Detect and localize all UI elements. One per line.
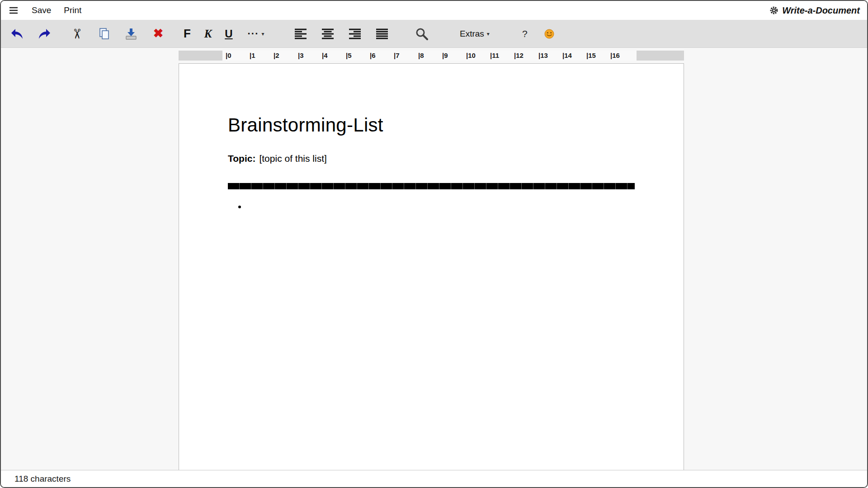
ruler-mark: |12 — [514, 52, 524, 59]
chevron-down-icon: ▾ — [487, 31, 490, 37]
topic-value: [topic of this list] — [259, 153, 326, 164]
paste-download-icon — [124, 27, 138, 41]
ruler-mark: |3 — [298, 52, 304, 59]
ruler-mark: |0 — [226, 52, 231, 59]
horizontal-divider — [228, 183, 635, 189]
cut-button[interactable]: ✂ — [66, 23, 88, 45]
redo-button[interactable] — [33, 23, 55, 45]
align-left-button[interactable] — [290, 23, 311, 45]
emoji-button[interactable] — [538, 23, 560, 45]
smiley-icon — [544, 28, 555, 39]
delete-x-icon: ✖ — [153, 28, 164, 40]
search-button[interactable] — [411, 23, 433, 45]
align-left-icon — [294, 28, 307, 39]
align-right-icon — [349, 28, 361, 39]
ruler-mark: |15 — [586, 52, 596, 59]
ruler-mark: |1 — [250, 52, 255, 59]
help-label: ? — [522, 28, 528, 39]
editor-area: |0 |1 |2 |3 |4 |5 |6 |7 |8 |9 |10 |11 |1… — [1, 48, 867, 470]
ruler-mark: |5 — [346, 52, 352, 59]
ruler: |0 |1 |2 |3 |4 |5 |6 |7 |8 |9 |10 |11 |1… — [179, 51, 684, 61]
ruler-mark: |7 — [394, 52, 400, 59]
extras-label: Extras — [460, 29, 484, 39]
app-window: Save Print Write-a-Document ✂ — [0, 0, 868, 488]
undo-icon — [10, 27, 24, 41]
character-count: 118 characters — [14, 474, 71, 484]
ruler-mark: |16 — [610, 52, 620, 59]
paste-button[interactable] — [120, 23, 142, 45]
gear-icon[interactable] — [769, 6, 778, 15]
menu-item-save[interactable]: Save — [32, 5, 51, 15]
more-formatting-button[interactable]: ··· ▾ — [242, 23, 269, 45]
italic-label: K — [204, 28, 212, 40]
document-heading[interactable]: Brainstorming-List — [228, 114, 635, 136]
scissors-icon: ✂ — [70, 28, 84, 39]
italic-button[interactable]: K — [200, 23, 216, 45]
app-title-group: Write-a-Document — [769, 5, 860, 16]
redo-icon — [37, 27, 52, 41]
undo-button[interactable] — [6, 23, 28, 45]
bullet-list[interactable] — [228, 201, 635, 214]
align-center-button[interactable] — [317, 23, 339, 45]
help-button[interactable]: ? — [514, 23, 536, 45]
status-bar: 118 characters — [1, 470, 867, 487]
hamburger-menu-icon[interactable] — [8, 5, 19, 16]
extras-menu-button[interactable]: Extras ▾ — [454, 23, 495, 45]
ruler-mark: |2 — [274, 52, 279, 59]
menu-item-print[interactable]: Print — [64, 5, 81, 15]
ruler-mark: |6 — [370, 52, 376, 59]
chevron-down-icon: ▾ — [261, 31, 264, 37]
document-page[interactable]: Brainstorming-List Topic:[topic of this … — [179, 63, 684, 470]
more-dots-icon: ··· — [247, 28, 259, 40]
copy-button[interactable] — [93, 23, 115, 45]
copy-icon — [97, 27, 111, 41]
app-title: Write-a-Document — [782, 5, 860, 16]
align-center-icon — [321, 28, 334, 39]
underline-label: U — [225, 28, 232, 40]
delete-button[interactable]: ✖ — [147, 23, 169, 45]
bold-label: F — [184, 27, 191, 41]
underline-button[interactable]: U — [221, 23, 237, 45]
align-right-button[interactable] — [344, 23, 366, 45]
bold-button[interactable]: F — [179, 23, 195, 45]
ruler-mark: |14 — [562, 52, 572, 59]
ruler-text-area — [222, 51, 637, 61]
justify-icon — [376, 28, 388, 39]
toolbar: ✂ ✖ F K U ··· ▾ — [1, 20, 867, 48]
search-icon — [415, 27, 429, 41]
ruler-mark: |9 — [442, 52, 448, 59]
menu-bar: Save Print Write-a-Document — [1, 1, 867, 20]
ruler-mark: |13 — [538, 52, 548, 59]
justify-button[interactable] — [371, 23, 393, 45]
ruler-mark: |4 — [322, 52, 328, 59]
ruler-mark: |10 — [466, 52, 476, 59]
ruler-mark: |11 — [490, 52, 499, 59]
topic-label: Topic: — [228, 153, 255, 164]
bullet-item[interactable] — [247, 201, 635, 214]
topic-line[interactable]: Topic:[topic of this list] — [228, 153, 635, 164]
hamburger-icon — [9, 5, 19, 15]
ruler-mark: |8 — [418, 52, 424, 59]
